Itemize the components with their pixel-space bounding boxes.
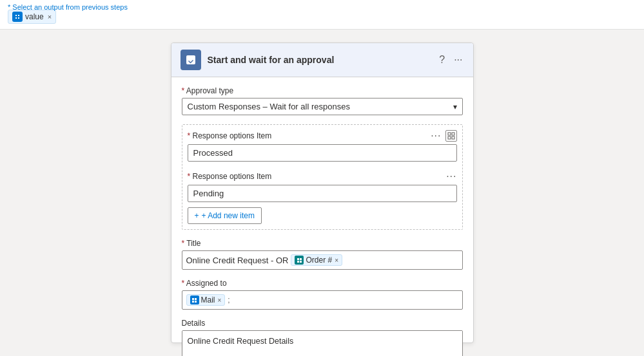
assigned-to-token-close[interactable]: × <box>218 297 222 304</box>
response-option-2-actions: ··· <box>446 171 456 182</box>
assigned-to-separator: ; <box>228 295 229 304</box>
card-header-actions: ? ··· <box>438 53 463 67</box>
response-option-2-label-row: Response options Item ··· <box>188 171 457 182</box>
approval-card: Start and wait for an approval ? ··· App… <box>171 42 474 343</box>
title-token-1-close[interactable]: × <box>335 257 338 264</box>
response-option-1-label-row: Response options Item ··· <box>188 130 457 142</box>
chip-label: value <box>25 12 44 21</box>
assigned-to-token: Mail × <box>186 294 226 306</box>
svg-rect-0 <box>448 133 451 135</box>
assigned-to-row: Assigned to Mail × ; <box>182 279 463 310</box>
title-prefix-text: Online Credit Request - OR <box>186 256 289 265</box>
details-row: Details <box>182 319 463 356</box>
value-chip[interactable]: value × <box>8 10 56 24</box>
title-token-1-label: Order # <box>306 256 332 265</box>
add-icon: + <box>195 211 199 220</box>
title-field[interactable]: Online Credit Request - OR Order # × <box>182 250 463 270</box>
add-item-label: + Add new item <box>202 211 255 220</box>
svg-rect-3 <box>452 136 454 139</box>
response-option-2-row: Response options Item ··· <box>188 171 457 202</box>
approval-type-value: Custom Responses – Wait for all response… <box>188 102 350 111</box>
response-options-section: Response options Item ··· <box>182 124 463 230</box>
assigned-to-field[interactable]: Mail × ; <box>182 290 463 310</box>
dropdown-arrow-icon: ▾ <box>453 102 457 111</box>
response-option-1-input[interactable] <box>188 144 457 162</box>
title-row: Title Online Credit Request - OR Order #… <box>182 239 463 270</box>
details-label: Details <box>182 319 463 328</box>
response-option-1-table-icon[interactable] <box>445 130 457 142</box>
value-icon <box>12 12 23 22</box>
chip-close[interactable]: × <box>48 13 52 21</box>
svg-rect-2 <box>448 136 451 139</box>
title-token-1: Order # × <box>291 254 342 266</box>
approval-type-label: Approval type <box>182 86 234 95</box>
add-new-item-button[interactable]: + + Add new item <box>188 207 262 224</box>
assigned-to-label: Assigned to <box>182 279 227 288</box>
approval-type-dropdown[interactable]: Custom Responses – Wait for all response… <box>182 98 463 115</box>
help-button[interactable]: ? <box>438 53 446 67</box>
approval-type-label-row: Approval type <box>182 86 463 95</box>
card-body: Approval type Custom Responses – Wait fo… <box>171 77 473 356</box>
assigned-to-token-label: Mail <box>201 295 215 304</box>
response-option-1-actions: ··· <box>431 130 456 142</box>
svg-rect-1 <box>452 133 454 135</box>
assigned-to-label-row: Assigned to <box>182 279 463 288</box>
response-option-2-more-icon[interactable]: ··· <box>446 171 456 182</box>
card-header: Start and wait for an approval ? ··· <box>171 43 473 77</box>
select-output-label: * Select an output from previous steps <box>8 3 128 11</box>
title-label-row: Title <box>182 239 463 248</box>
assigned-to-token-icon <box>190 295 199 304</box>
more-button[interactable]: ··· <box>453 53 463 67</box>
details-textarea[interactable] <box>182 330 463 356</box>
card-title: Start and wait for an approval <box>208 55 432 65</box>
response-option-2-label: Response options Item <box>188 172 272 181</box>
approval-type-row: Approval type Custom Responses – Wait fo… <box>182 86 463 115</box>
response-option-1-more-icon[interactable]: ··· <box>431 130 441 142</box>
title-label: Title <box>182 239 201 248</box>
title-token-icon <box>295 256 304 265</box>
response-option-1-label: Response options Item <box>188 131 272 140</box>
approval-icon <box>181 50 201 70</box>
response-option-2-input[interactable] <box>188 185 457 202</box>
response-option-1-row: Response options Item ··· <box>188 130 457 162</box>
